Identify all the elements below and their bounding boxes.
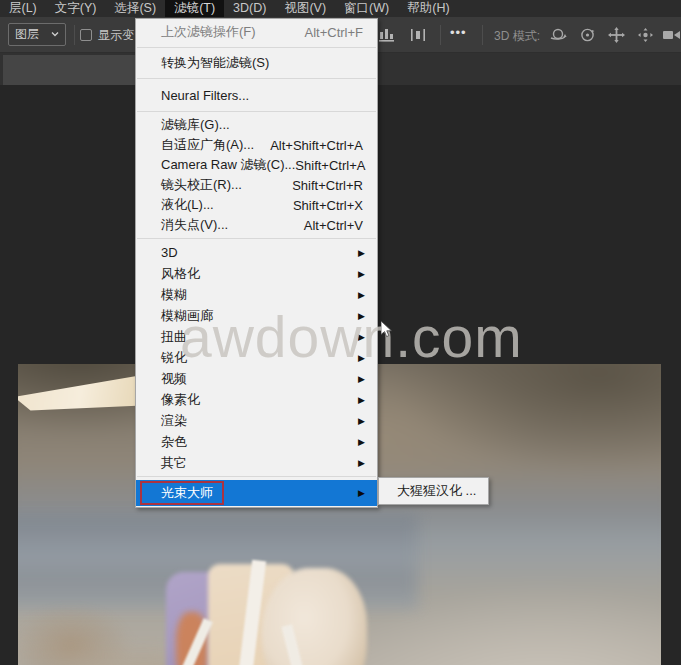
3d-mode-label: 3D 模式: bbox=[494, 28, 540, 45]
menu-item-filter-gallery[interactable]: 滤镜库(G)... bbox=[136, 115, 377, 135]
menubar-item-type[interactable]: 文字(Y) bbox=[46, 0, 106, 17]
menu-item-pixelate[interactable]: 像素化 ▶ bbox=[136, 389, 377, 410]
photoshop-window: 层(L) 文字(Y) 选择(S) 滤镜(T) 3D(D) 视图(V) 窗口(W)… bbox=[0, 0, 681, 665]
more-options-button[interactable]: ••• bbox=[450, 25, 467, 40]
menu-item-convert-smart-filter[interactable]: 转换为智能滤镜(S) bbox=[136, 51, 377, 75]
menu-separator bbox=[137, 78, 376, 79]
menu-item-blur-gallery[interactable]: 模糊画廊 ▶ bbox=[136, 305, 377, 326]
beam-master-submenu: 大猩猩汉化 ... bbox=[378, 477, 489, 505]
align-bottom-icon[interactable] bbox=[376, 26, 396, 44]
menu-item-neural-filters[interactable]: Neural Filters... bbox=[136, 82, 377, 108]
menu-item-beam-master[interactable]: 光束大师 ▶ 大猩猩汉化 ... bbox=[136, 480, 377, 506]
menu-item-other[interactable]: 其它 ▶ bbox=[136, 452, 377, 473]
submenu-item-gorilla-localization[interactable]: 大猩猩汉化 ... bbox=[397, 482, 476, 500]
submenu-arrow-icon: ▶ bbox=[358, 416, 367, 426]
show-transform-checkbox[interactable] bbox=[80, 29, 92, 41]
menu-item-vanishing-point[interactable]: 消失点(V)... Alt+Ctrl+V bbox=[136, 215, 377, 235]
menu-item-render[interactable]: 渲染 ▶ bbox=[136, 410, 377, 431]
menu-item-noise[interactable]: 杂色 ▶ bbox=[136, 431, 377, 452]
menubar-item-filter[interactable]: 滤镜(T) bbox=[165, 0, 224, 17]
slide-3d-icon[interactable] bbox=[635, 26, 655, 44]
menu-separator bbox=[137, 111, 376, 112]
menubar-item-layer[interactable]: 层(L) bbox=[0, 0, 46, 17]
menubar-item-help[interactable]: 帮助(H) bbox=[398, 0, 458, 17]
menu-item-sharpen[interactable]: 锐化 ▶ bbox=[136, 347, 377, 368]
submenu-arrow-icon: ▶ bbox=[358, 374, 367, 384]
roll-3d-icon[interactable] bbox=[577, 26, 597, 44]
orbit-3d-icon[interactable] bbox=[548, 26, 568, 44]
menu-separator bbox=[137, 47, 376, 48]
distribute-horizontal-icon[interactable] bbox=[408, 26, 428, 44]
menu-bar: 层(L) 文字(Y) 选择(S) 滤镜(T) 3D(D) 视图(V) 窗口(W)… bbox=[0, 0, 681, 17]
options-divider bbox=[74, 25, 75, 45]
menubar-item-select[interactable]: 选择(S) bbox=[105, 0, 165, 17]
menu-item-last-filter: 上次滤镜操作(F) Alt+Ctrl+F bbox=[136, 20, 377, 44]
menu-item-stylize[interactable]: 风格化 ▶ bbox=[136, 263, 377, 284]
camera-3d-icon[interactable] bbox=[662, 26, 681, 44]
submenu-arrow-icon: ▶ bbox=[358, 332, 367, 342]
menu-item-adaptive-wide-angle[interactable]: 自适应广角(A)... Alt+Shift+Ctrl+A bbox=[136, 135, 377, 155]
menu-separator bbox=[137, 238, 376, 239]
menu-item-lens-correction[interactable]: 镜头校正(R)... Shift+Ctrl+R bbox=[136, 175, 377, 195]
submenu-arrow-icon: ▶ bbox=[358, 290, 367, 300]
menubar-item-window[interactable]: 窗口(W) bbox=[335, 0, 398, 17]
menu-item-3d[interactable]: 3D ▶ bbox=[136, 242, 377, 263]
menu-item-blur[interactable]: 模糊 ▶ bbox=[136, 284, 377, 305]
submenu-arrow-icon: ▶ bbox=[358, 488, 367, 498]
pan-3d-icon[interactable] bbox=[606, 26, 626, 44]
chevron-down-icon bbox=[51, 32, 59, 37]
menu-separator bbox=[137, 476, 376, 477]
submenu-arrow-icon: ▶ bbox=[358, 353, 367, 363]
menu-item-liquify[interactable]: 液化(L)... Shift+Ctrl+X bbox=[136, 195, 377, 215]
submenu-arrow-icon: ▶ bbox=[358, 395, 367, 405]
menu-item-video[interactable]: 视频 ▶ bbox=[136, 368, 377, 389]
menu-item-distort[interactable]: 扭曲 ▶ bbox=[136, 326, 377, 347]
menubar-item-view[interactable]: 视图(V) bbox=[275, 0, 335, 17]
auto-select-dropdown[interactable]: 图层 bbox=[8, 23, 66, 46]
menu-item-camera-raw[interactable]: Camera Raw 滤镜(C)... Shift+Ctrl+A bbox=[136, 155, 377, 175]
person-figure bbox=[166, 564, 371, 665]
filter-menu: 上次滤镜操作(F) Alt+Ctrl+F 转换为智能滤镜(S) Neural F… bbox=[135, 18, 378, 508]
options-divider bbox=[482, 25, 483, 45]
submenu-arrow-icon: ▶ bbox=[358, 269, 367, 279]
submenu-arrow-icon: ▶ bbox=[358, 248, 367, 258]
show-transform-label: 显示变 bbox=[98, 27, 134, 44]
auto-select-value: 图层 bbox=[15, 26, 39, 43]
submenu-arrow-icon: ▶ bbox=[358, 437, 367, 447]
submenu-arrow-icon: ▶ bbox=[358, 458, 367, 468]
menubar-item-3d[interactable]: 3D(D) bbox=[224, 0, 275, 17]
options-divider bbox=[440, 25, 441, 45]
sleeve-shape bbox=[262, 568, 367, 665]
submenu-arrow-icon: ▶ bbox=[358, 311, 367, 321]
